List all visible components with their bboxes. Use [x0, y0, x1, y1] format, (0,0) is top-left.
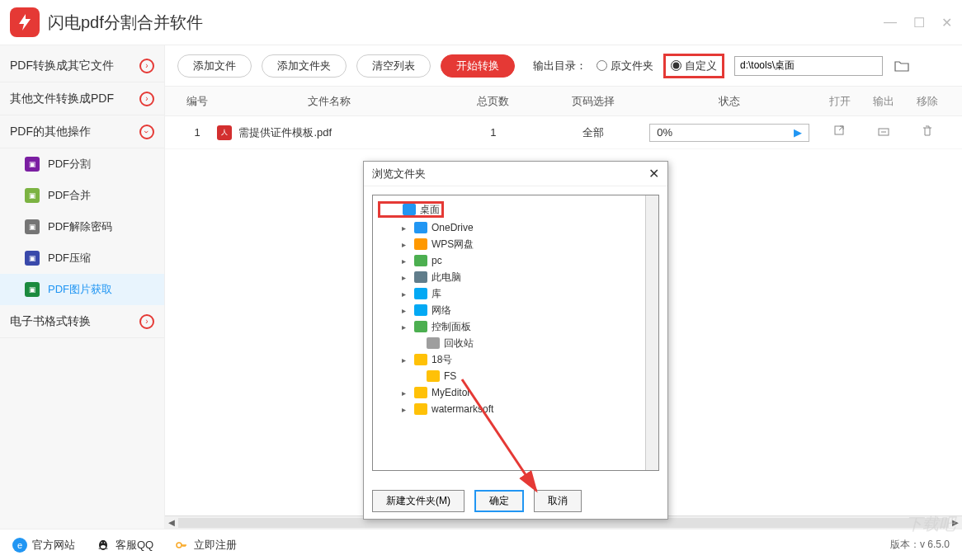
- clear-list-button[interactable]: 清空列表: [356, 54, 431, 78]
- sidebar-item-0[interactable]: ▣PDF分割: [0, 148, 164, 180]
- tree-node-label: pc: [431, 255, 442, 266]
- titlebar: 闪电pdf分割合并软件 — ☐ ✕: [0, 0, 962, 45]
- ok-button[interactable]: 确定: [474, 490, 524, 512]
- tree-node-label: FS: [444, 370, 456, 382]
- tree-node[interactable]: ▸库: [373, 285, 658, 302]
- open-icon: [833, 125, 846, 138]
- tree-node[interactable]: ▸此电脑: [373, 269, 658, 285]
- link-label: 客服QQ: [116, 538, 153, 553]
- radio-original-folder[interactable]: 原文件夹: [597, 59, 653, 73]
- file-type-icon: ▣: [25, 282, 40, 297]
- tree-node[interactable]: ▸watermarksoft: [373, 401, 658, 417]
- tree-node[interactable]: ▸控制面板: [373, 318, 658, 335]
- qq-support-link[interactable]: 客服QQ: [96, 538, 153, 553]
- chevron-down-icon: ›: [139, 125, 154, 139]
- expand-icon[interactable]: ▸: [402, 405, 410, 414]
- cell-range[interactable]: 全部: [545, 125, 641, 140]
- output-dir-label: 输出目录：: [533, 59, 587, 73]
- start-convert-button[interactable]: 开始转换: [441, 54, 515, 78]
- sidebar-item-label: PDF合并: [48, 188, 91, 203]
- tree-node[interactable]: ▸OneDrive: [373, 219, 658, 236]
- sidebar-item-label: PDF分割: [48, 157, 91, 172]
- sidebar: PDF转换成其它文件 › 其他文件转换成PDF › PDF的其他操作 › ▣PD…: [0, 45, 165, 529]
- sidebar-item-2[interactable]: ▣PDF解除密码: [0, 211, 164, 242]
- expand-icon[interactable]: ▸: [402, 306, 410, 315]
- tree-node[interactable]: ▸MyEditor: [373, 384, 658, 401]
- radio-label: 自定义: [685, 59, 717, 73]
- play-icon[interactable]: ▶: [794, 126, 802, 139]
- tree-node-label: 此电脑: [431, 271, 461, 285]
- folder-icon: [414, 387, 427, 398]
- expand-icon[interactable]: ▸: [402, 224, 410, 233]
- cancel-button[interactable]: 取消: [534, 490, 582, 512]
- chevron-right-icon: ›: [139, 92, 154, 106]
- minimize-button[interactable]: —: [884, 15, 897, 31]
- cell-filename: 需提供证件模板.pdf: [238, 125, 332, 140]
- progress-bar[interactable]: 0% ▶: [649, 124, 809, 142]
- bin-icon: [427, 337, 440, 349]
- svg-point-5: [101, 542, 103, 544]
- add-folder-button[interactable]: 添加文件夹: [262, 54, 347, 78]
- col-idx: 编号: [177, 94, 217, 109]
- cell-pages: 1: [441, 126, 545, 139]
- col-export: 输出: [861, 94, 905, 109]
- tree-node[interactable]: 回收站: [373, 335, 658, 351]
- folder-icon: [427, 370, 440, 382]
- vertical-scrollbar[interactable]: [645, 195, 658, 470]
- sidebar-group-label: PDF的其他操作: [10, 125, 91, 139]
- expand-icon[interactable]: ▸: [402, 289, 410, 299]
- expand-icon[interactable]: ▸: [402, 322, 410, 332]
- expand-icon[interactable]: ▸: [402, 240, 410, 249]
- trash-icon: [921, 125, 934, 138]
- tree-node[interactable]: ▸网络: [373, 302, 658, 318]
- add-file-button[interactable]: 添加文件: [177, 54, 252, 78]
- tree-node[interactable]: ▸pc: [373, 252, 658, 269]
- output-path-input[interactable]: [734, 56, 883, 76]
- sidebar-group-ebook[interactable]: 电子书格式转换 ›: [0, 305, 164, 338]
- sidebar-group-convert-from-pdf[interactable]: PDF转换成其它文件 ›: [0, 49, 164, 82]
- scroll-left-icon[interactable]: ◄: [165, 516, 178, 529]
- folder-tree[interactable]: 桌面▸OneDrive▸WPS网盘▸pc▸此电脑▸库▸网络▸控制面板回收站▸18…: [372, 195, 659, 471]
- official-site-link[interactable]: e 官方网站: [12, 538, 75, 553]
- sidebar-group-convert-to-pdf[interactable]: 其他文件转换成PDF ›: [0, 82, 164, 115]
- expand-icon[interactable]: ▸: [402, 388, 410, 398]
- svg-point-8: [177, 543, 182, 548]
- open-button[interactable]: [818, 125, 861, 140]
- table-row[interactable]: 1 人 需提供证件模板.pdf 1 全部 0% ▶: [165, 116, 962, 149]
- close-button[interactable]: ✕: [941, 15, 952, 31]
- tree-node[interactable]: FS: [373, 368, 658, 384]
- tree-node[interactable]: ▸18号: [373, 351, 658, 368]
- tree-node-label: OneDrive: [431, 222, 474, 233]
- browse-folder-button[interactable]: [893, 57, 911, 75]
- tree-node[interactable]: ▸WPS网盘: [373, 236, 658, 252]
- user-icon: [414, 255, 427, 266]
- sidebar-item-4[interactable]: ▣PDF图片获取: [0, 274, 164, 305]
- register-link[interactable]: 立即注册: [174, 538, 237, 553]
- watermark: 下载吧: [906, 513, 955, 535]
- expand-icon[interactable]: ▸: [402, 273, 410, 282]
- export-button[interactable]: [861, 125, 905, 140]
- ie-icon: e: [12, 538, 27, 553]
- col-range: 页码选择: [545, 94, 641, 109]
- sidebar-group-other-ops[interactable]: PDF的其他操作 ›: [0, 115, 164, 148]
- sidebar-group-label: PDF转换成其它文件: [10, 59, 114, 73]
- expand-icon[interactable]: ▸: [402, 256, 410, 266]
- tree-node-label: 桌面: [420, 203, 440, 217]
- delete-button[interactable]: [906, 125, 950, 140]
- expand-icon[interactable]: ▸: [402, 355, 410, 365]
- link-label: 官方网站: [32, 538, 75, 553]
- tree-node-label: 网络: [431, 304, 451, 318]
- sidebar-item-1[interactable]: ▣PDF合并: [0, 180, 164, 211]
- tree-node[interactable]: 桌面: [378, 201, 444, 218]
- pdf-icon: 人: [217, 125, 232, 140]
- sidebar-item-3[interactable]: ▣PDF压缩: [0, 242, 164, 274]
- tree-node-label: 控制面板: [431, 320, 471, 334]
- radio-custom-folder[interactable]: 自定义: [663, 54, 724, 78]
- footer: e 官方网站 客服QQ 立即注册 版本：v 6.5.0: [0, 529, 962, 560]
- tree-node-label: 库: [431, 287, 441, 301]
- maximize-button[interactable]: ☐: [913, 15, 925, 31]
- dialog-close-button[interactable]: ✕: [648, 166, 659, 181]
- new-folder-button[interactable]: 新建文件夹(M): [372, 490, 464, 512]
- link-label: 立即注册: [194, 538, 237, 553]
- col-status: 状态: [641, 94, 818, 109]
